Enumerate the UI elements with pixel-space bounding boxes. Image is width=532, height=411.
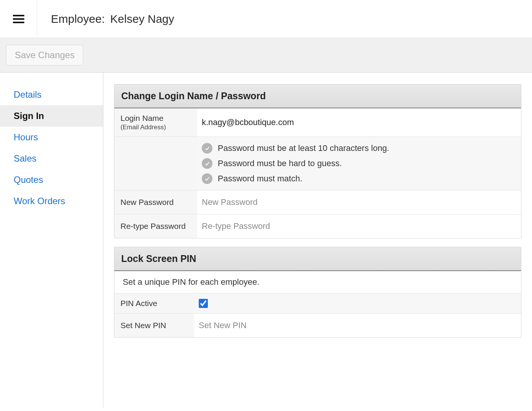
password-rule: Password must be hard to guess. (202, 158, 389, 169)
set-pin-row: Set New PIN (114, 313, 521, 337)
sidebar-item-label: Work Orders (14, 196, 65, 206)
pin-active-row: PIN Active (114, 293, 521, 313)
new-password-label: New Password (114, 190, 197, 214)
hamburger-icon (13, 15, 24, 23)
new-password-row: New Password (114, 190, 521, 214)
sidebar-item-label: Sales (14, 153, 36, 163)
password-rule: Password must match. (202, 173, 389, 184)
page-title-label: Employee: (51, 13, 105, 25)
hamburger-button[interactable] (0, 0, 37, 38)
retype-password-label: Re-type Password (114, 214, 197, 238)
password-rule-text: Password must match. (218, 174, 302, 184)
retype-password-input[interactable] (202, 218, 516, 234)
password-rules-list: Password must be at least 10 characters … (202, 141, 389, 186)
main-content: Change Login Name / Password Login Name … (103, 73, 532, 408)
top-bar: Employee: Kelsey Nagy (0, 0, 532, 38)
sidebar-item-label: Details (14, 89, 41, 100)
toolbar: Save Changes (0, 38, 532, 73)
change-login-panel: Change Login Name / Password Login Name … (114, 84, 521, 238)
password-rules-label-cell (114, 137, 197, 190)
pin-description: Set a unique PIN for each employee. (114, 271, 521, 293)
change-login-panel-header: Change Login Name / Password (114, 84, 521, 108)
set-pin-input[interactable] (199, 317, 516, 333)
retype-password-cell (197, 214, 521, 238)
sidebar-item-label: Sign In (14, 111, 44, 121)
login-name-label-text: Login Name (120, 114, 193, 123)
sidebar-item-details[interactable]: Details (0, 84, 103, 105)
password-rules-cell: Password must be at least 10 characters … (197, 137, 521, 190)
pin-active-cell (194, 294, 521, 313)
pin-active-checkbox[interactable] (199, 299, 208, 308)
sidebar-item-label: Quotes (14, 175, 43, 185)
login-name-value-cell (197, 108, 521, 136)
lock-screen-pin-header: Lock Screen PIN (114, 247, 521, 271)
login-name-row: Login Name (Email Address) (114, 108, 521, 136)
sidebar-item-label: Hours (14, 132, 38, 142)
page-title: Employee: Kelsey Nagy (37, 13, 174, 25)
check-icon (202, 158, 212, 169)
sidebar-item-quotes[interactable]: Quotes (0, 169, 103, 190)
new-password-input[interactable] (202, 194, 516, 210)
sidebar-item-work-orders[interactable]: Work Orders (0, 190, 103, 212)
password-rule: Password must be at least 10 characters … (202, 143, 389, 154)
lock-screen-pin-panel: Lock Screen PIN Set a unique PIN for eac… (114, 247, 521, 338)
set-pin-label: Set New PIN (114, 314, 194, 337)
login-name-label: Login Name (Email Address) (114, 108, 197, 136)
set-pin-cell (194, 314, 521, 337)
page-title-employee-name: Kelsey Nagy (108, 13, 174, 25)
save-changes-button[interactable]: Save Changes (6, 45, 83, 65)
password-rule-text: Password must be hard to guess. (218, 159, 342, 168)
check-icon (202, 173, 212, 184)
login-name-input[interactable] (202, 114, 516, 130)
sidebar-item-sales[interactable]: Sales (0, 148, 103, 169)
sidebar-item-sign-in[interactable]: Sign In (0, 105, 103, 127)
retype-password-row: Re-type Password (114, 214, 521, 238)
sidebar: Details Sign In Hours Sales Quotes Work … (0, 73, 103, 408)
sidebar-item-hours[interactable]: Hours (0, 127, 103, 148)
check-icon (202, 143, 212, 154)
password-rules-row: Password must be at least 10 characters … (114, 136, 521, 190)
new-password-cell (197, 190, 521, 214)
password-rule-text: Password must be at least 10 characters … (218, 143, 389, 153)
pin-active-label: PIN Active (114, 294, 194, 313)
login-name-sublabel: (Email Address) (120, 123, 193, 131)
